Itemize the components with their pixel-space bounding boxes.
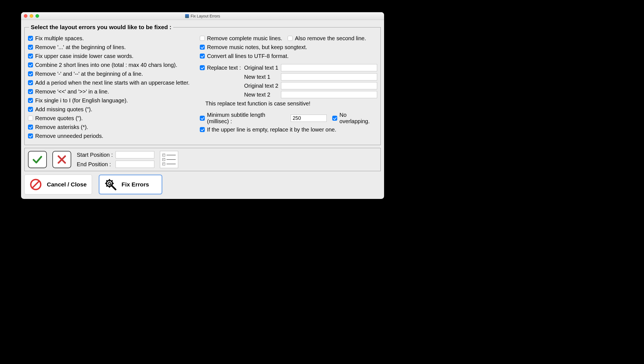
checkbox-icon[interactable] (28, 133, 33, 138)
gear-wrench-icon (104, 178, 117, 191)
checkbox-icon[interactable] (28, 125, 33, 130)
left-column: Fix multiple spaces. Remove '...' at the… (28, 33, 194, 141)
opt-fix-uppercase-inside[interactable]: Fix upper case inside lower case words. (28, 52, 194, 60)
opt-remove-quotes[interactable]: Remove quotes ("). (28, 114, 194, 122)
opt-label: Remove music notes, but keep songtext. (207, 44, 307, 50)
traffic-lights (24, 14, 39, 18)
opt-combine-short-lines[interactable]: Combine 2 short lines into one (total : … (28, 61, 194, 69)
opt-label: Minimum subtitle length (millisec) : (207, 112, 288, 125)
end-position-label: End Position : (77, 161, 113, 168)
opt-convert-utf8[interactable]: Convert all lines to UTF-8 format. (200, 52, 377, 60)
checkbox-icon[interactable] (28, 80, 33, 85)
checkbox-icon[interactable] (28, 98, 33, 103)
minimize-window-button[interactable] (30, 14, 33, 18)
opt-remove-unneeded-periods[interactable]: Remove unneeded periods. (28, 132, 194, 140)
checkbox-icon[interactable] (200, 116, 205, 121)
zoom-window-button[interactable] (35, 14, 39, 18)
deselect-all-button[interactable] (52, 151, 71, 168)
opt-label: Remove asterisks (*). (35, 124, 88, 130)
checkbox-icon[interactable] (28, 62, 33, 67)
opt-replace-text[interactable]: Replace text : (200, 64, 241, 72)
opt-remove-dash-start[interactable]: Remove '-' and '--' at the beginning of … (28, 70, 194, 78)
window-title: Fix Layout Errors (191, 14, 220, 18)
opt-upper-empty-replace[interactable]: If the upper line is empty, replace it b… (200, 126, 377, 133)
replace-case-note: This replace text function is case sensi… (205, 100, 377, 107)
opt-remove-music-lines[interactable]: Remove complete music lines. (200, 34, 282, 42)
opt-fix-single-i[interactable]: Fix single i to I (for English language)… (28, 97, 194, 104)
checkbox-icon[interactable] (28, 71, 33, 76)
opt-no-overlapping[interactable]: No overlapping. (332, 112, 377, 125)
app-icon (185, 14, 189, 18)
checkbox-icon[interactable] (28, 89, 33, 94)
min-length-input[interactable] (291, 115, 327, 122)
opt-label: Remove '-' and '--' at the beginning of … (35, 71, 143, 77)
window-title-wrap: Fix Layout Errors (185, 14, 220, 18)
checkbox-icon[interactable] (28, 54, 33, 59)
end-position-input[interactable] (116, 161, 154, 168)
list-icon (162, 158, 176, 161)
start-position-label: Start Position : (77, 152, 113, 158)
select-all-button[interactable] (28, 151, 47, 168)
opt-remove-angle-brackets[interactable]: Remove '<<' and '>>' in a line. (28, 88, 194, 95)
opt-label: Remove '<<' and '>>' in a line. (35, 89, 109, 95)
opt-label: Fix single i to I (for English language)… (35, 97, 128, 104)
cancel-button[interactable]: Cancel / Close (24, 175, 92, 194)
replace-new2-input[interactable] (281, 91, 377, 98)
replace-orig2-label: Original text 2 (244, 83, 278, 89)
list-icon (162, 163, 176, 165)
replace-new2-label: New text 2 (244, 92, 278, 98)
list-options-button[interactable] (160, 151, 178, 168)
opt-remove-asterisks[interactable]: Remove asterisks (*). (28, 123, 194, 131)
opt-label: If the upper line is empty, replace it b… (207, 127, 336, 133)
opt-label: Combine 2 short lines into one (total : … (35, 62, 177, 68)
options-group-title: Select the layout errors you would like … (29, 24, 173, 31)
opt-label: Add a period when the next line starts w… (35, 80, 190, 86)
checkbox-icon[interactable] (28, 107, 33, 112)
opt-label: No overlapping. (339, 112, 377, 125)
opt-add-period-uppercase[interactable]: Add a period when the next line starts w… (28, 79, 194, 87)
options-group: Select the layout errors you would like … (24, 24, 381, 145)
checkbox-icon[interactable] (200, 54, 205, 59)
checkbox-icon[interactable] (332, 116, 337, 121)
checkbox-icon[interactable] (28, 45, 33, 50)
list-icon (162, 154, 176, 156)
replace-grid: Replace text : Original text 1 New text … (200, 64, 377, 98)
replace-new1-label: New text 1 (244, 74, 278, 80)
replace-orig1-input[interactable] (281, 64, 377, 71)
opt-min-subtitle-length[interactable]: Minimum subtitle length (millisec) : (200, 112, 327, 125)
checkbox-icon[interactable] (288, 36, 293, 41)
opt-label: Remove unneeded periods. (35, 133, 103, 139)
cancel-button-label: Cancel / Close (47, 181, 87, 188)
svg-point-3 (108, 182, 111, 184)
window: Fix Layout Errors Select the layout erro… (21, 12, 384, 199)
opt-add-missing-quotes[interactable]: Add missing quotes ("). (28, 105, 194, 113)
replace-new1-input[interactable] (281, 73, 377, 80)
start-position-input[interactable] (116, 151, 154, 158)
opt-label: Also remove the second line. (295, 35, 366, 42)
checkbox-icon[interactable] (200, 65, 205, 70)
checkbox-icon[interactable] (28, 116, 33, 121)
checkbox-icon[interactable] (28, 36, 33, 41)
fix-errors-button[interactable]: Fix Errors (99, 175, 162, 194)
titlebar: Fix Layout Errors (21, 12, 384, 20)
opt-label: Fix multiple spaces. (35, 35, 84, 42)
replace-orig2-input[interactable] (281, 82, 377, 89)
checkbox-icon[interactable] (200, 127, 205, 132)
opt-label: Add missing quotes ("). (35, 106, 92, 113)
close-window-button[interactable] (24, 14, 27, 18)
content: Select the layout errors you would like … (21, 20, 384, 199)
checkbox-icon[interactable] (200, 36, 205, 41)
checkbox-icon[interactable] (200, 45, 205, 50)
fix-errors-button-label: Fix Errors (122, 181, 149, 188)
opt-fix-multiple-spaces[interactable]: Fix multiple spaces. (28, 34, 194, 42)
prohibit-icon (30, 178, 42, 191)
opt-also-remove-second[interactable]: Also remove the second line. (288, 34, 366, 42)
opt-label: Remove '...' at the beginning of lines. (35, 44, 126, 50)
opt-remove-ellipsis-start[interactable]: Remove '...' at the beginning of lines. (28, 43, 194, 51)
opt-label: Fix upper case inside lower case words. (35, 53, 134, 59)
opt-label: Remove quotes ("). (35, 115, 83, 122)
replace-orig1-label: Original text 1 (244, 65, 278, 71)
range-group: Start Position : End Position : (24, 148, 381, 171)
opt-label: Convert all lines to UTF-8 format. (207, 53, 289, 59)
opt-remove-music-notes[interactable]: Remove music notes, but keep songtext. (200, 43, 377, 51)
